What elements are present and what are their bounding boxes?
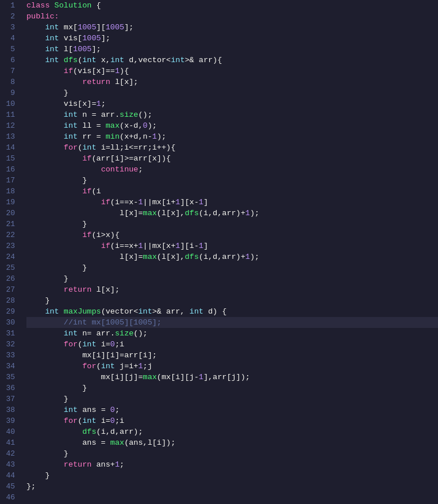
line-number: 8 bbox=[5, 77, 15, 87]
line-number: 36 bbox=[5, 383, 15, 394]
code-line: class Solution { bbox=[26, 0, 438, 11]
line-number: 38 bbox=[5, 404, 15, 415]
line-number: 31 bbox=[5, 328, 15, 339]
line-number: 41 bbox=[5, 437, 15, 448]
line-number: 9 bbox=[5, 87, 15, 98]
line-number: 3 bbox=[5, 22, 15, 33]
code-line: int ans = 0; bbox=[26, 404, 438, 415]
line-number: 16 bbox=[5, 164, 15, 175]
code-line: } bbox=[26, 273, 438, 284]
code-line: public: bbox=[26, 11, 438, 22]
code-line: mx[i][i]=arr[i]; bbox=[26, 350, 438, 361]
line-number: 7 bbox=[5, 66, 15, 77]
code-line: for(int i=0;i bbox=[26, 415, 438, 426]
code-line: if(arr[i]>=arr[x]){ bbox=[26, 153, 438, 164]
line-number: 27 bbox=[5, 284, 15, 295]
line-number: 17 bbox=[5, 175, 15, 186]
line-number: 24 bbox=[5, 251, 15, 262]
line-numbers: 1234567891011121314151617181920212223242… bbox=[0, 0, 21, 504]
code-line: int vis[1005]; bbox=[26, 33, 438, 44]
line-number: 1 bbox=[5, 0, 15, 11]
line-number: 23 bbox=[5, 240, 15, 251]
line-number: 11 bbox=[5, 109, 15, 120]
code-line: //int mx[1005][1005]; bbox=[26, 317, 438, 328]
code-line: if(vis[x]==1){ bbox=[26, 66, 438, 77]
line-number: 15 bbox=[5, 153, 15, 164]
line-number: 14 bbox=[5, 142, 15, 153]
line-number: 29 bbox=[5, 306, 15, 317]
line-number: 43 bbox=[5, 459, 15, 470]
code-line: mx[i][j]=max(mx[i][j-1],arr[j]); bbox=[26, 372, 438, 383]
code-line: } bbox=[26, 470, 438, 481]
code-lines: class Solution {public: int mx[1005][100… bbox=[21, 0, 438, 504]
line-number: 37 bbox=[5, 394, 15, 404]
code-line: continue; bbox=[26, 164, 438, 175]
code-line: int dfs(int x,int d,vector<int>& arr){ bbox=[26, 55, 438, 66]
code-line: int maxJumps(vector<int>& arr, int d) { bbox=[26, 306, 438, 317]
line-number: 28 bbox=[5, 295, 15, 306]
code-line: int n = arr.size(); bbox=[26, 109, 438, 120]
code-line: for(int i=0;i bbox=[26, 339, 438, 350]
line-number: 18 bbox=[5, 186, 15, 197]
code-line: } bbox=[26, 383, 438, 394]
code-line: l[x]=max(l[x],dfs(i,d,arr)+1); bbox=[26, 251, 438, 262]
code-line: if(i bbox=[26, 186, 438, 197]
line-number: 12 bbox=[5, 120, 15, 131]
code-line: }; bbox=[26, 481, 438, 492]
line-number: 44 bbox=[5, 470, 15, 481]
line-number: 13 bbox=[5, 131, 15, 142]
code-line: } bbox=[26, 87, 438, 98]
line-number: 39 bbox=[5, 415, 15, 426]
code-line: } bbox=[26, 448, 438, 459]
code-line: if(i==x+1||mx[x+1][i-1] bbox=[26, 240, 438, 251]
line-number: 10 bbox=[5, 98, 15, 109]
line-number: 21 bbox=[5, 219, 15, 230]
code-line: return l[x]; bbox=[26, 284, 438, 295]
line-number: 25 bbox=[5, 262, 15, 273]
line-number: 6 bbox=[5, 55, 15, 66]
code-line: int mx[1005][1005]; bbox=[26, 22, 438, 33]
code-line: return ans+1; bbox=[26, 459, 438, 470]
line-number: 20 bbox=[5, 208, 15, 219]
line-number: 42 bbox=[5, 448, 15, 459]
line-number: 35 bbox=[5, 372, 15, 383]
code-line: for(int j=i+1;j bbox=[26, 361, 438, 372]
line-number: 45 bbox=[5, 481, 15, 492]
code-line: } bbox=[26, 394, 438, 404]
code-line: } bbox=[26, 262, 438, 273]
code-line: dfs(i,d,arr); bbox=[26, 426, 438, 437]
line-number: 33 bbox=[5, 350, 15, 361]
line-number: 2 bbox=[5, 11, 15, 22]
code-line: } bbox=[26, 219, 438, 230]
code-line: int l[1005]; bbox=[26, 44, 438, 55]
line-number: 30 bbox=[5, 317, 15, 328]
code-line: for(int i=ll;i<=rr;i++){ bbox=[26, 142, 438, 153]
line-number: 32 bbox=[5, 339, 15, 350]
code-line: if(i==x-1||mx[i+1][x-1] bbox=[26, 197, 438, 208]
code-line: int ll = max(x-d,0); bbox=[26, 120, 438, 131]
code-editor: 1234567891011121314151617181920212223242… bbox=[0, 0, 438, 504]
code-line: if(i>x){ bbox=[26, 230, 438, 240]
code-line: } bbox=[26, 175, 438, 186]
code-line: } bbox=[26, 295, 438, 306]
code-line: vis[x]=1; bbox=[26, 98, 438, 109]
line-number: 19 bbox=[5, 197, 15, 208]
line-number: 22 bbox=[5, 230, 15, 240]
line-number: 5 bbox=[5, 44, 15, 55]
line-number: 4 bbox=[5, 33, 15, 44]
line-number: 40 bbox=[5, 426, 15, 437]
code-line: return l[x]; bbox=[26, 77, 438, 87]
code-line: int rr = min(x+d,n-1); bbox=[26, 131, 438, 142]
code-line: l[x]=max(l[x],dfs(i,d,arr)+1); bbox=[26, 208, 438, 219]
code-line: int n= arr.size(); bbox=[26, 328, 438, 339]
code-line: ans = max(ans,l[i]); bbox=[26, 437, 438, 448]
line-number: 34 bbox=[5, 361, 15, 372]
line-number: 26 bbox=[5, 273, 15, 284]
line-number: 46 bbox=[5, 492, 15, 503]
